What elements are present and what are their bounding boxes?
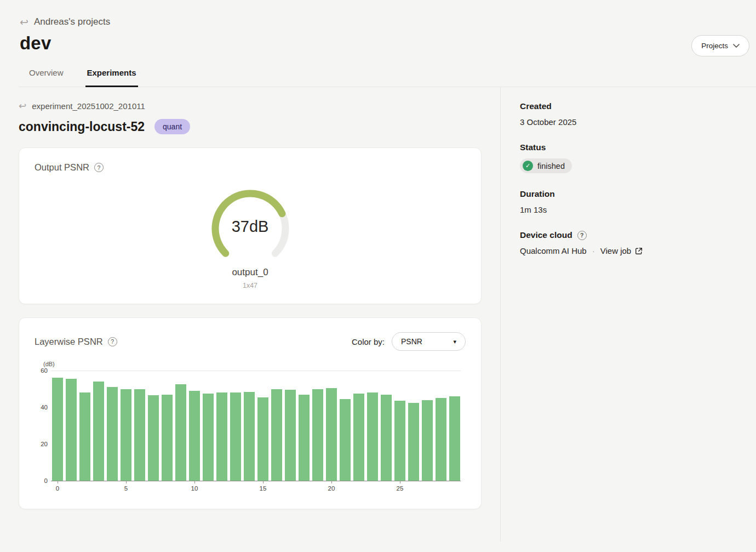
color-by-label: Color by: <box>352 337 385 346</box>
experiment-breadcrumb[interactable]: ↩ experiment_20251002_201011 <box>19 101 482 111</box>
view-job-link[interactable]: View job <box>600 246 643 255</box>
psnr-bar[interactable] <box>367 392 378 481</box>
created-value: 3 October 2025 <box>520 117 756 127</box>
quant-badge: quant <box>154 119 190 134</box>
x-tick-mark <box>126 481 127 483</box>
status-value: finished <box>537 162 565 170</box>
psnr-bar[interactable] <box>175 384 186 481</box>
y-tick-label: 60 <box>35 367 48 374</box>
x-tick-label: 0 <box>56 485 59 492</box>
x-tick-label: 10 <box>191 485 198 492</box>
psnr-bar[interactable] <box>285 390 296 481</box>
psnr-bar[interactable] <box>79 392 90 481</box>
view-job-label: View job <box>600 246 631 255</box>
duration-value: 1m 13s <box>520 205 756 214</box>
x-tick-label: 25 <box>397 485 404 492</box>
x-tick-label: 5 <box>124 485 128 492</box>
psnr-bar[interactable] <box>436 398 446 481</box>
tab-overview[interactable]: Overview <box>27 68 65 87</box>
psnr-bar[interactable] <box>381 395 392 481</box>
caret-down-icon: ▾ <box>453 338 456 345</box>
back-icon[interactable]: ↩ <box>20 17 28 27</box>
duration-label: Duration <box>520 189 756 199</box>
psnr-bar[interactable] <box>326 388 337 481</box>
tab-bar: Overview Experiments <box>19 68 756 87</box>
breadcrumb[interactable]: ↩ Andreas's projects <box>20 16 736 27</box>
x-axis: 0510152025 <box>51 481 461 494</box>
help-icon[interactable]: ? <box>577 231 587 240</box>
page-header: ↩ Andreas's projects dev Projects <box>0 0 756 54</box>
psnr-bar[interactable] <box>244 392 255 481</box>
device-cloud-label: Device cloud <box>520 230 572 240</box>
details-sidebar: Created 3 October 2025 Status ✓ finished… <box>500 87 756 542</box>
experiment-breadcrumb-label[interactable]: experiment_20251002_201011 <box>32 101 145 111</box>
psnr-bar[interactable] <box>216 392 227 481</box>
breadcrumb-label[interactable]: Andreas's projects <box>34 16 110 27</box>
x-tick-mark <box>194 481 195 483</box>
main-panel: ↩ experiment_20251002_201011 convincing-… <box>0 87 500 542</box>
external-link-icon <box>635 247 643 255</box>
layerwise-psnr-title: Layerwise PSNR <box>35 337 103 347</box>
help-icon[interactable]: ? <box>94 163 104 172</box>
psnr-bar[interactable] <box>230 392 241 481</box>
color-by-select[interactable]: PSNR ▾ <box>392 332 466 351</box>
psnr-bar[interactable] <box>422 400 433 481</box>
psnr-bar[interactable] <box>299 395 310 481</box>
back-icon[interactable]: ↩ <box>19 101 26 111</box>
psnr-bar[interactable] <box>408 403 419 481</box>
psnr-bar[interactable] <box>353 394 364 481</box>
psnr-gauge: 37dB <box>204 186 297 261</box>
psnr-bar[interactable] <box>121 389 131 481</box>
layerwise-psnr-card: Layerwise PSNR ? Color by: PSNR ▾ (dB) 0… <box>19 317 482 509</box>
separator-dot: · <box>592 246 595 255</box>
x-tick-label: 15 <box>260 485 267 492</box>
color-by-selected-value: PSNR <box>401 337 422 346</box>
psnr-bar[interactable] <box>134 389 145 481</box>
y-tick-label: 20 <box>35 441 48 447</box>
projects-dropdown-label: Projects <box>701 42 728 50</box>
device-cloud-value[interactable]: Qualcomm AI Hub <box>520 246 587 255</box>
output-name: output_0 <box>232 267 268 278</box>
psnr-bar[interactable] <box>162 395 173 481</box>
psnr-bar[interactable] <box>107 387 118 481</box>
output-psnr-card: Output PSNR ? 37dB output_0 1x47 <box>19 147 482 304</box>
psnr-bar[interactable] <box>203 394 214 481</box>
x-tick-mark <box>400 481 400 483</box>
psnr-bar[interactable] <box>340 399 351 481</box>
x-tick-label: 20 <box>328 485 335 492</box>
status-label: Status <box>520 143 756 152</box>
output-psnr-title: Output PSNR <box>35 162 89 173</box>
x-tick-mark <box>58 481 58 483</box>
y-axis-unit-label: (dB) <box>43 361 466 367</box>
psnr-bar[interactable] <box>148 395 159 481</box>
projects-dropdown-button[interactable]: Projects <box>691 35 749 56</box>
output-shape: 1x47 <box>243 282 257 289</box>
check-icon: ✓ <box>523 161 533 171</box>
plot-area: 0204060 <box>51 371 461 481</box>
experiment-title: convincing-locust-52 <box>19 119 145 134</box>
psnr-bar[interactable] <box>257 397 268 481</box>
psnr-bar[interactable] <box>394 401 405 481</box>
psnr-bar[interactable] <box>449 396 460 481</box>
y-tick-label: 40 <box>35 404 48 411</box>
x-tick-mark <box>331 481 332 483</box>
psnr-bar[interactable] <box>271 389 282 481</box>
bar-series <box>51 371 461 481</box>
psnr-bar[interactable] <box>66 379 77 481</box>
created-label: Created <box>520 101 756 111</box>
tab-experiments[interactable]: Experiments <box>85 68 138 87</box>
chevron-down-icon <box>733 44 740 48</box>
psnr-bar[interactable] <box>93 382 104 481</box>
psnr-bar[interactable] <box>189 391 200 481</box>
y-tick-label: 0 <box>35 477 48 484</box>
x-tick-mark <box>263 481 264 483</box>
layerwise-bar-chart: (dB) 0204060 0510152025 <box>51 361 466 494</box>
psnr-bar[interactable] <box>312 389 323 481</box>
gauge-value: 37dB <box>204 218 297 236</box>
status-badge: ✓ finished <box>520 158 572 173</box>
help-icon[interactable]: ? <box>108 337 117 346</box>
psnr-bar[interactable] <box>52 378 63 481</box>
page-title: dev <box>20 33 736 54</box>
